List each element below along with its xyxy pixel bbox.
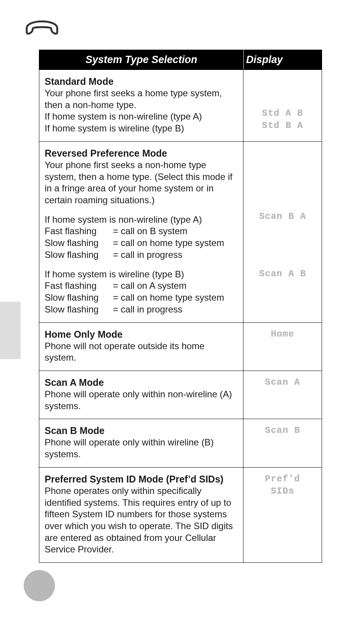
- cell-display: Scan A: [243, 371, 322, 419]
- page: System Type Selection Display Standard M…: [0, 0, 364, 625]
- mode-line: If home system is non-wireline (type A): [45, 111, 238, 123]
- mode-title: Standard Mode: [45, 75, 238, 87]
- cell-desc: Scan B Mode Phone will operate only with…: [39, 419, 243, 467]
- mode-title: Preferred System ID Mode (Pref’d SIDs): [45, 473, 238, 485]
- mode-title: Scan B Mode: [45, 424, 238, 437]
- cell-display: Scan B A Scan A B: [243, 142, 322, 322]
- cell-desc: Scan A Mode Phone will operate only with…: [39, 371, 243, 419]
- display-value: SIDs: [246, 485, 319, 497]
- flash-meaning: = call in progress: [113, 249, 238, 261]
- display-value: Scan B: [246, 424, 319, 437]
- display-value: Home: [246, 328, 319, 340]
- side-tab: [0, 302, 21, 359]
- flash-meaning: = call on home type system: [113, 292, 238, 304]
- flash-label: Slow flashing: [45, 304, 113, 316]
- flash-label: Fast flashing: [45, 280, 113, 292]
- cell-desc: Home Only Mode Phone will not operate ou…: [39, 323, 243, 371]
- mode-body: Your phone first seeks a home type syste…: [45, 87, 238, 111]
- display-value: Scan B A: [246, 210, 319, 223]
- flash-label: Slow flashing: [45, 292, 113, 304]
- table-header: System Type Selection Display: [39, 50, 322, 70]
- page-number-circle: [24, 570, 55, 601]
- display-value: Scan A: [246, 376, 319, 389]
- section-heading: If home system is wireline (type B): [45, 269, 238, 280]
- mode-body: Phone will not operate outside its home …: [45, 340, 238, 364]
- row-scan-b: Scan B Mode Phone will operate only with…: [39, 419, 322, 467]
- row-scan-a: Scan A Mode Phone will operate only with…: [39, 371, 322, 419]
- cell-desc: Preferred System ID Mode (Pref’d SIDs) P…: [39, 468, 243, 562]
- flash-legend: Fast flashing= call on B system Slow fla…: [45, 225, 238, 261]
- cell-display: Home: [243, 323, 322, 371]
- display-value: Pref’d: [246, 473, 319, 485]
- row-reversed-mode: Reversed Preference Mode Your phone firs…: [39, 141, 322, 322]
- mode-line: If home system is wireline (type B): [45, 123, 238, 134]
- flash-label: Slow flashing: [45, 249, 113, 261]
- flash-meaning: = call on home type system: [113, 237, 238, 249]
- flash-label: Fast flashing: [45, 225, 113, 237]
- mode-body: Phone will operate only within non-wirel…: [45, 389, 238, 412]
- section-heading: If home system is non-wireline (type A): [45, 214, 238, 226]
- cell-desc: Standard Mode Your phone first seeks a h…: [39, 70, 243, 141]
- display-value: Std B A: [246, 120, 319, 132]
- display-value: Std A B: [246, 107, 319, 120]
- mode-body: Phone operates only within specifically …: [45, 485, 238, 555]
- row-prefd-sids: Preferred System ID Mode (Pref’d SIDs) P…: [39, 467, 322, 562]
- header-display: Display: [244, 50, 322, 70]
- mode-title: Reversed Preference Mode: [45, 147, 238, 159]
- flash-label: Slow flashing: [45, 237, 113, 249]
- cell-desc: Reversed Preference Mode Your phone firs…: [39, 142, 243, 322]
- flash-meaning: = call on B system: [113, 225, 238, 237]
- mode-title: Home Only Mode: [45, 328, 238, 340]
- phone-handset-icon: [24, 15, 60, 35]
- flash-meaning: = call in progress: [113, 304, 238, 316]
- row-home-only: Home Only Mode Phone will not operate ou…: [39, 322, 322, 371]
- flash-legend: Fast flashing= call on A system Slow fla…: [45, 280, 238, 315]
- system-type-table: System Type Selection Display Standard M…: [39, 50, 322, 563]
- cell-display: Pref’d SIDs: [243, 468, 322, 562]
- mode-title: Scan A Mode: [45, 376, 238, 389]
- flash-meaning: = call on A system: [113, 280, 238, 292]
- cell-display: Scan B: [243, 419, 322, 467]
- mode-body: Phone will operate only within wireline …: [45, 437, 238, 460]
- header-system-type: System Type Selection: [39, 50, 244, 70]
- display-value: Scan A B: [246, 268, 319, 280]
- mode-body: Your phone first seeks a non-home type s…: [45, 159, 238, 206]
- row-standard-mode: Standard Mode Your phone first seeks a h…: [39, 70, 322, 141]
- cell-display: Std A B Std B A: [243, 70, 322, 141]
